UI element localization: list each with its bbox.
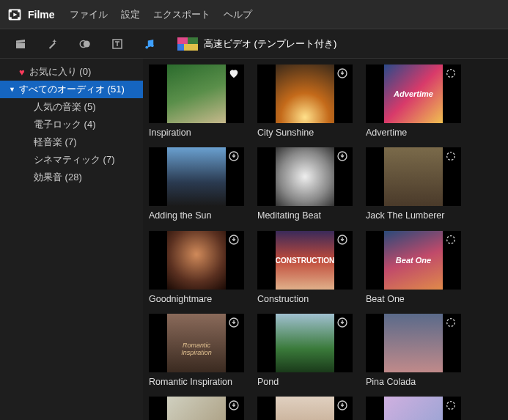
menu-item[interactable]: ヘルプ xyxy=(224,8,252,21)
audio-card[interactable]: Meditating Beat xyxy=(257,147,353,221)
app-logo-icon xyxy=(7,7,22,22)
thumbnail xyxy=(366,397,461,420)
audio-title: Advertime xyxy=(366,127,461,139)
chevron-down-icon: ▼ xyxy=(9,86,18,93)
audio-card[interactable]: Jack The Lumberer xyxy=(366,147,461,221)
loading-icon[interactable] xyxy=(445,399,457,413)
music-icon[interactable] xyxy=(142,37,157,51)
menu-item[interactable]: 設定 xyxy=(121,8,140,21)
thumbnail xyxy=(366,231,461,290)
download-icon[interactable] xyxy=(228,234,240,248)
audio-title: Construction xyxy=(257,293,353,305)
svg-rect-16 xyxy=(184,44,198,51)
thumbnail xyxy=(366,314,461,372)
audio-title: Pina Colada xyxy=(366,376,461,388)
loading-icon[interactable] xyxy=(445,317,457,331)
svg-point-8 xyxy=(84,40,90,47)
menu-item[interactable]: ファイル xyxy=(70,8,108,21)
heart-icon[interactable] xyxy=(228,67,240,81)
sidebar-label: お気に入り (0) xyxy=(29,65,92,78)
audio-title: Meditating Beat xyxy=(257,210,353,221)
audio-card[interactable]: Inspiration xyxy=(149,65,244,139)
download-icon[interactable] xyxy=(336,234,348,248)
svg-point-10 xyxy=(145,45,148,48)
loading-icon[interactable] xyxy=(445,234,457,248)
thumbnail xyxy=(257,65,353,123)
sidebar-item[interactable]: 人気の音楽 (5) xyxy=(0,98,143,116)
thumbnail-image xyxy=(276,65,334,123)
audio-title: Jack The Lumberer xyxy=(366,210,461,221)
sidebar-item[interactable]: 電子ロック (4) xyxy=(0,116,143,133)
sidebar-item[interactable]: 効果音 (28) xyxy=(0,169,143,186)
download-icon[interactable] xyxy=(336,317,348,331)
svg-marker-5 xyxy=(13,12,17,16)
toolbar: 高速ビデオ (テンプレート付き) xyxy=(0,29,508,59)
download-icon[interactable] xyxy=(336,399,348,413)
loading-icon[interactable] xyxy=(445,150,457,164)
sidebar: ♥ お気に入り (0) ▼ すべてのオーディオ (51) 人気の音楽 (5)電子… xyxy=(0,59,143,420)
audio-card[interactable]: Advertime xyxy=(366,65,461,139)
svg-point-11 xyxy=(151,44,154,47)
template-label: 高速ビデオ (テンプレート付き) xyxy=(204,37,336,51)
thumbnail xyxy=(366,65,461,123)
wand-icon[interactable] xyxy=(45,37,60,51)
audio-card[interactable]: Pina Colada xyxy=(366,314,461,388)
thumbnail-image xyxy=(384,147,443,206)
audio-card[interactable]: Construction xyxy=(257,231,353,305)
audio-card[interactable] xyxy=(257,397,353,420)
svg-rect-15 xyxy=(177,44,184,51)
audio-card[interactable]: Goodnightmare xyxy=(149,231,244,305)
audio-card[interactable] xyxy=(149,397,244,420)
thumbnail xyxy=(149,314,244,372)
thumbnail-image xyxy=(167,147,226,206)
template-icon xyxy=(177,37,198,51)
thumbnail-image xyxy=(276,147,334,206)
download-icon[interactable] xyxy=(336,67,348,81)
svg-rect-4 xyxy=(18,17,20,19)
thumbnail xyxy=(149,231,244,290)
audio-title: Adding the Sun xyxy=(149,210,244,221)
mask-icon[interactable] xyxy=(78,37,92,51)
heart-icon: ♥ xyxy=(19,67,25,78)
audio-card[interactable]: Pond xyxy=(257,314,353,388)
text-icon[interactable] xyxy=(110,37,125,51)
clapper-icon[interactable] xyxy=(13,37,28,51)
download-icon[interactable] xyxy=(228,399,240,413)
loading-icon[interactable] xyxy=(445,67,457,81)
sidebar-label: すべてのオーディオ (51) xyxy=(19,83,125,96)
download-icon[interactable] xyxy=(228,150,240,164)
sidebar-item-all-audio[interactable]: ▼ すべてのオーディオ (51) xyxy=(0,81,143,98)
menu-item[interactable]: エクスポート xyxy=(153,8,210,21)
svg-rect-13 xyxy=(177,37,188,44)
thumbnail xyxy=(257,314,353,372)
thumbnail-image xyxy=(167,314,226,372)
svg-rect-14 xyxy=(188,37,198,44)
app-name: Filme xyxy=(28,9,55,21)
audio-title: Goodnightmare xyxy=(149,293,244,305)
sidebar-item[interactable]: 軽音楽 (7) xyxy=(0,133,143,151)
sidebar-item-favorites[interactable]: ♥ お気に入り (0) xyxy=(0,63,143,81)
thumbnail-image xyxy=(384,314,443,372)
thumbnail xyxy=(149,147,244,206)
template-button[interactable]: 高速ビデオ (テンプレート付き) xyxy=(177,37,336,51)
thumbnail xyxy=(257,397,353,420)
thumbnail-image xyxy=(384,231,443,290)
audio-card[interactable]: City Sunshine xyxy=(257,65,353,139)
thumbnail xyxy=(257,231,353,290)
audio-title: Romantic Inspiration xyxy=(149,376,244,388)
thumbnail xyxy=(366,147,461,206)
download-icon[interactable] xyxy=(336,150,348,164)
thumbnail-image xyxy=(276,314,334,372)
audio-grid: InspirationCity SunshineAdvertimeAdding … xyxy=(143,59,508,420)
thumbnail-image xyxy=(167,397,226,420)
svg-rect-6 xyxy=(16,43,25,48)
sidebar-item[interactable]: シネマティック (7) xyxy=(0,151,143,169)
audio-card[interactable]: Beat One xyxy=(366,231,461,305)
svg-rect-3 xyxy=(18,10,20,12)
thumbnail-image xyxy=(276,231,334,290)
audio-card[interactable] xyxy=(366,397,461,420)
audio-card[interactable]: Romantic Inspiration xyxy=(149,314,244,388)
audio-title: Inspiration xyxy=(149,127,244,139)
audio-card[interactable]: Adding the Sun xyxy=(149,147,244,221)
download-icon[interactable] xyxy=(228,317,240,331)
